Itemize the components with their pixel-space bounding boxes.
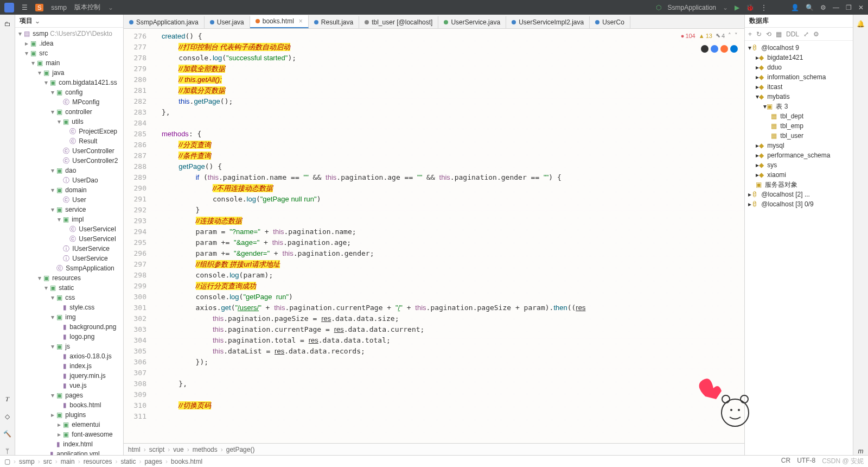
breadcrumb-item[interactable]: methods	[193, 446, 218, 453]
more-icon[interactable]: ⋮	[761, 4, 767, 11]
tree-item[interactable]: ▾▣ img	[15, 312, 123, 322]
path-item[interactable]: pages	[144, 458, 162, 465]
code-editor[interactable]: created() { //打印控制台 代表钩子函数自动启动 console.l…	[151, 29, 744, 443]
maximize-icon[interactable]: ❐	[846, 4, 852, 11]
editor-tab[interactable]: UserCo	[590, 16, 630, 28]
tree-item[interactable]: ▮ logo.png	[15, 332, 123, 342]
build-icon[interactable]: 🔨	[3, 430, 11, 438]
user-icon[interactable]: 👤	[791, 4, 799, 11]
db-toolbar-button[interactable]: DDL	[786, 30, 799, 38]
tree-item[interactable]: ⓒ UserServiceI	[15, 224, 123, 234]
project-name[interactable]: ssmp	[51, 4, 67, 11]
editor-tab[interactable]: tbl_user [@localhost]	[359, 16, 438, 28]
nav-icon[interactable]: ▢	[4, 458, 10, 465]
tree-item[interactable]: ⓒ MPconfig	[15, 97, 123, 107]
db-toolbar-button[interactable]: ⚙	[813, 30, 819, 38]
vcs-icon[interactable]: ᛘ	[5, 447, 9, 455]
breadcrumb-item[interactable]: html	[128, 446, 141, 453]
tree-item[interactable]: ▾▣ css	[15, 293, 123, 302]
breadcrumb-item[interactable]: getPage()	[226, 446, 255, 453]
tree-item[interactable]: ▾▣ utils	[15, 117, 123, 127]
tree-item[interactable]: ▾▣ com.bigdata1421.ss	[15, 78, 123, 87]
db-tree-item[interactable]: ▦ tbl_user	[745, 131, 853, 141]
debug-icon[interactable]: 🐞	[746, 4, 754, 11]
bookmarks-icon[interactable]: ◇	[5, 413, 10, 420]
tree-item[interactable]: ▾▣ domain	[15, 185, 123, 195]
tree-item[interactable]: ▮ style.css	[15, 302, 123, 312]
editor-tab[interactable]: UserServiceImpl2.java	[506, 16, 590, 28]
path-item[interactable]: resources	[84, 458, 112, 465]
browser-preview-icons[interactable]	[701, 45, 738, 53]
db-tree-item[interactable]: ▸◆ xiaomi	[745, 170, 853, 180]
db-tree-item[interactable]: ▸◆ performance_schema	[745, 150, 853, 160]
editor-tab[interactable]: books.html×	[250, 15, 309, 28]
db-tree-item[interactable]: ▦ tbl_emp	[745, 121, 853, 131]
tree-item[interactable]: ⓒ ProjectExcep	[15, 127, 123, 136]
tree-item[interactable]: ▾▣ static	[15, 283, 123, 293]
path-item[interactable]: src	[43, 458, 52, 465]
inspection-badges[interactable]: ● 104 ▲ 13 ⬉ 4 ˄ ˅	[681, 32, 738, 39]
db-toolbar-button[interactable]: +	[748, 30, 752, 38]
notifications-icon[interactable]: 🔔	[857, 20, 865, 28]
breadcrumb-item[interactable]: script	[149, 446, 165, 453]
tree-item[interactable]: ▾▣ src	[15, 48, 123, 58]
db-tree-item[interactable]: ▸◆ information_schema	[745, 72, 853, 82]
database-tree[interactable]: ▾🛢 @localhost 9▸◆ bigdate1421▸◆ dduo▸◆ i…	[745, 41, 853, 455]
tree-item[interactable]: ▾▣ resources	[15, 273, 123, 283]
minimize-icon[interactable]: —	[833, 4, 839, 11]
tree-item[interactable]: ▮ axios-0.18.0.js	[15, 351, 123, 361]
vcs-menu[interactable]: 版本控制	[74, 3, 100, 12]
tree-item[interactable]: ▾▣ config	[15, 87, 123, 97]
tree-item[interactable]: ▸▣ elementui	[15, 420, 123, 430]
tree-item[interactable]: ▮ index.html	[15, 439, 123, 449]
db-tree-item[interactable]: ▾◆ mybatis	[745, 92, 853, 102]
db-tree-item[interactable]: ▸🛢 @localhost [3] 0/9	[745, 199, 853, 209]
tree-item[interactable]: ▾▣ java	[15, 68, 123, 78]
db-tree-item[interactable]: ▸◆ mysql	[745, 141, 853, 150]
tree-item[interactable]: ⓘ IUserService	[15, 244, 123, 254]
db-tree-item[interactable]: ▸🛢 @localhost [2] ...	[745, 190, 853, 199]
tree-item[interactable]: ▮ jquery.min.js	[15, 371, 123, 381]
db-tree-item[interactable]: ▸◆ sys	[745, 160, 853, 170]
tree-item[interactable]: ▮ application.yml	[15, 449, 123, 455]
hamburger-icon[interactable]: ☰	[22, 4, 28, 11]
tree-item[interactable]: ⓘ UserService	[15, 254, 123, 263]
tree-item[interactable]: ▾▣ pages	[15, 390, 123, 400]
tree-item[interactable]: ▾▣ main	[15, 58, 123, 68]
tree-item[interactable]: ▸▣ plugins	[15, 410, 123, 420]
breadcrumb-item[interactable]: vue	[173, 446, 183, 453]
db-tree-item[interactable]: ▣ 服务器对象	[745, 180, 853, 190]
tree-item[interactable]: ▾▣ impl	[15, 214, 123, 224]
editor-tab[interactable]: User.java	[205, 16, 250, 28]
db-tree-item[interactable]: ▾🛢 @localhost 9	[745, 43, 853, 53]
path-item[interactable]: main	[61, 458, 75, 465]
path-item[interactable]: books.html	[171, 458, 202, 465]
structure-icon[interactable]: 𝑇	[5, 395, 9, 403]
settings-icon[interactable]: ⚙	[820, 4, 826, 11]
tree-item[interactable]: ▾▤ ssmp C:\Users\ZDY\Deskto	[15, 29, 123, 39]
tree-item[interactable]: ▾▣ dao	[15, 166, 123, 175]
tree-item[interactable]: ▸▣ .idea	[15, 39, 123, 48]
db-toolbar-button[interactable]: ▦	[776, 30, 782, 38]
editor-tab[interactable]: UserService.java	[438, 16, 506, 28]
run-icon[interactable]: ▶	[735, 4, 739, 11]
tree-item[interactable]: ⓒ SsmpApplication	[15, 263, 123, 273]
tree-item[interactable]: ▮ books.html	[15, 400, 123, 410]
db-tree-item[interactable]: ▸◆ dduo	[745, 62, 853, 72]
tree-item[interactable]: ▮ background.png	[15, 322, 123, 332]
status-item[interactable]: CR	[781, 457, 790, 466]
path-item[interactable]: ssmp	[19, 458, 35, 465]
tree-item[interactable]: ⓒ User	[15, 195, 123, 205]
search-icon[interactable]: 🔍	[806, 4, 814, 11]
db-toolbar-button[interactable]: ⤢	[803, 30, 809, 38]
path-item[interactable]: static	[120, 458, 136, 465]
editor-tab[interactable]: SsmpApplication.java	[124, 16, 205, 28]
tree-item[interactable]: ▮ index.js	[15, 361, 123, 371]
close-icon[interactable]: ✕	[858, 4, 864, 11]
run-config[interactable]: SsmpApplication	[668, 4, 716, 11]
close-tab-icon[interactable]: ×	[299, 17, 303, 25]
project-tree[interactable]: ▾▤ ssmp C:\Users\ZDY\Deskto▸▣ .idea▾▣ sr…	[15, 28, 123, 455]
editor-tab[interactable]: Result.java	[309, 16, 359, 28]
db-toolbar-button[interactable]: ⟲	[766, 30, 771, 38]
db-tree-item[interactable]: ▦ tbl_dept	[745, 111, 853, 121]
